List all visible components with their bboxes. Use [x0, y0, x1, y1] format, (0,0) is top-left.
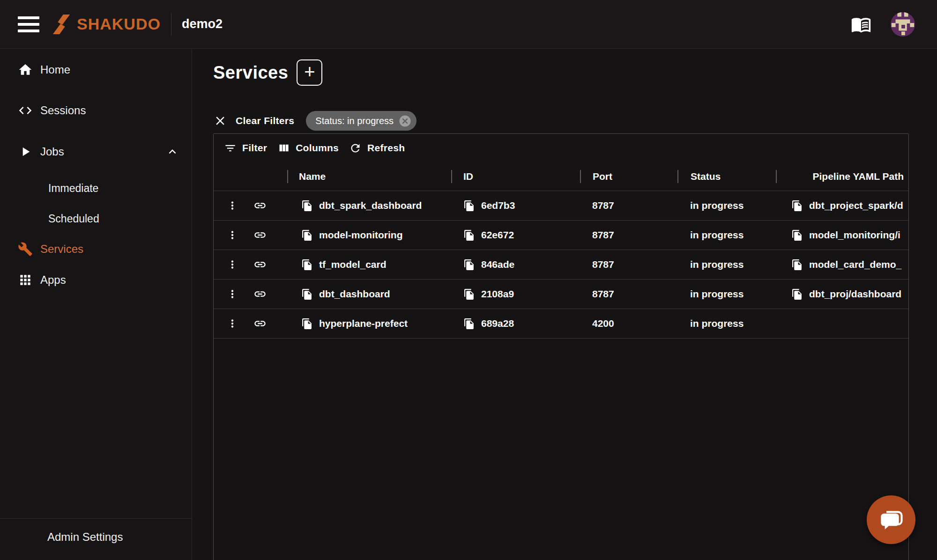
code-icon — [18, 103, 33, 118]
row-menu-icon[interactable] — [226, 258, 238, 271]
table-toolbar: Filter Columns Refresh — [214, 134, 908, 162]
sidebar-item-services[interactable]: Services — [0, 236, 192, 263]
service-name: tf_model_card — [319, 259, 387, 270]
menu-icon[interactable] — [18, 15, 41, 34]
chat-bubbles-icon — [877, 506, 906, 534]
status-text: in progress — [677, 250, 776, 279]
filter-list-icon — [224, 142, 237, 155]
status-text: in progress — [677, 280, 776, 309]
table-row[interactable]: dbt_spark_dashboard 6ed7b3 8787 in progr… — [214, 191, 908, 221]
wrench-icon — [18, 242, 33, 257]
open-link-icon[interactable] — [253, 317, 267, 330]
brand-logo[interactable]: SHAKUDO — [51, 14, 161, 35]
status-text: in progress — [677, 221, 776, 250]
header-port[interactable]: Port — [580, 162, 677, 191]
chevron-up-icon[interactable] — [165, 145, 179, 159]
page-title: Services — [213, 63, 288, 83]
refresh-button[interactable]: Refresh — [349, 142, 405, 155]
apps-grid-icon — [18, 273, 33, 287]
table-header-row: Name ID Port Status Pipeline YAML Path — [214, 162, 908, 191]
header-name[interactable]: Name — [287, 162, 451, 191]
sidebar-item-scheduled[interactable]: Scheduled — [0, 205, 192, 232]
columns-icon — [277, 142, 290, 155]
service-port: 4200 — [580, 309, 677, 338]
yaml-path: dbt_project_spark/d — [809, 200, 903, 211]
main-content: Services + Clear Filters Status: in prog… — [193, 49, 937, 560]
copy-icon[interactable] — [791, 258, 803, 272]
copy-icon[interactable] — [463, 228, 475, 242]
sidebar-divider — [0, 518, 192, 519]
chip-delete-icon[interactable] — [398, 114, 412, 128]
open-link-icon[interactable] — [253, 199, 267, 212]
copy-icon[interactable] — [791, 199, 803, 213]
table-row[interactable]: hyperplane-prefect 689a28 4200 in progre… — [214, 309, 908, 339]
sidebar-item-jobs[interactable]: Jobs — [0, 138, 192, 165]
copy-icon[interactable] — [463, 317, 475, 331]
service-id: 6ed7b3 — [481, 200, 515, 211]
service-id: 846ade — [481, 259, 514, 270]
header-status[interactable]: Status — [677, 162, 776, 191]
copy-icon[interactable] — [301, 317, 313, 331]
clear-filters-button[interactable]: Clear Filters — [213, 114, 294, 128]
sidebar-item-apps[interactable]: Apps — [0, 266, 192, 294]
table-row[interactable]: tf_model_card 846ade 8787 in progress mo… — [214, 250, 908, 280]
yaml-path: model_monitoring/i — [809, 229, 900, 241]
table-row[interactable]: model-monitoring 62e672 8787 in progress… — [214, 221, 908, 250]
top-bar: SHAKUDO demo2 — [0, 0, 937, 49]
row-menu-icon[interactable] — [226, 229, 238, 241]
copy-icon[interactable] — [463, 199, 475, 213]
docs-book-icon[interactable] — [851, 14, 871, 35]
status-filter-chip[interactable]: Status: in progress — [306, 111, 416, 131]
chat-widget-button[interactable] — [867, 495, 915, 544]
status-text: in progress — [677, 309, 776, 338]
open-link-icon[interactable] — [253, 287, 267, 301]
sidebar: Home Sessions Jobs Immediate Scheduled S… — [0, 49, 192, 560]
copy-icon[interactable] — [463, 287, 475, 301]
copy-icon[interactable] — [463, 258, 475, 272]
brand-name: SHAKUDO — [77, 15, 161, 33]
add-service-button[interactable]: + — [297, 59, 322, 86]
row-menu-icon[interactable] — [226, 288, 238, 300]
service-name: dbt_dashboard — [319, 288, 390, 300]
service-id: 62e672 — [481, 229, 514, 241]
header-yaml-path[interactable]: Pipeline YAML Path — [776, 162, 908, 191]
service-id: 689a28 — [481, 318, 514, 329]
yaml-path: dbt_proj/dashboard — [809, 288, 901, 300]
status-text: in progress — [677, 191, 776, 220]
filter-row: Clear Filters Status: in progress — [213, 111, 416, 131]
service-port: 8787 — [580, 221, 677, 250]
copy-icon[interactable] — [301, 228, 313, 242]
sidebar-item-home[interactable]: Home — [0, 56, 192, 83]
yaml-path: model_card_demo_ — [809, 259, 901, 270]
columns-button[interactable]: Columns — [277, 142, 339, 155]
service-id: 2108a9 — [481, 288, 514, 300]
row-menu-icon[interactable] — [226, 317, 238, 330]
copy-icon[interactable] — [791, 228, 803, 242]
topbar-divider — [171, 13, 171, 36]
filter-button[interactable]: Filter — [224, 142, 267, 155]
sidebar-item-admin-settings[interactable]: Admin Settings — [0, 524, 192, 550]
sidebar-item-sessions[interactable]: Sessions — [0, 97, 192, 124]
sidebar-item-immediate[interactable]: Immediate — [0, 175, 192, 202]
shakudo-logo-icon — [51, 14, 72, 35]
close-icon — [213, 114, 227, 128]
home-icon — [18, 62, 33, 77]
service-port: 8787 — [580, 191, 677, 220]
copy-icon[interactable] — [301, 199, 313, 213]
user-avatar[interactable] — [890, 12, 915, 37]
service-port: 8787 — [580, 250, 677, 279]
services-table: Filter Columns Refresh Name ID Port Stat… — [213, 133, 909, 560]
workspace-title: demo2 — [182, 17, 223, 31]
copy-icon[interactable] — [301, 287, 313, 301]
copy-icon[interactable] — [791, 287, 803, 301]
service-name: model-monitoring — [319, 229, 402, 241]
table-row[interactable]: dbt_dashboard 2108a9 8787 in progress db… — [214, 280, 908, 309]
service-name: hyperplane-prefect — [319, 318, 408, 329]
row-menu-icon[interactable] — [226, 199, 238, 212]
open-link-icon[interactable] — [253, 258, 267, 271]
copy-icon[interactable] — [301, 258, 313, 272]
service-port: 8787 — [580, 280, 677, 309]
open-link-icon[interactable] — [253, 228, 267, 242]
refresh-icon — [349, 142, 362, 155]
header-id[interactable]: ID — [451, 162, 580, 191]
